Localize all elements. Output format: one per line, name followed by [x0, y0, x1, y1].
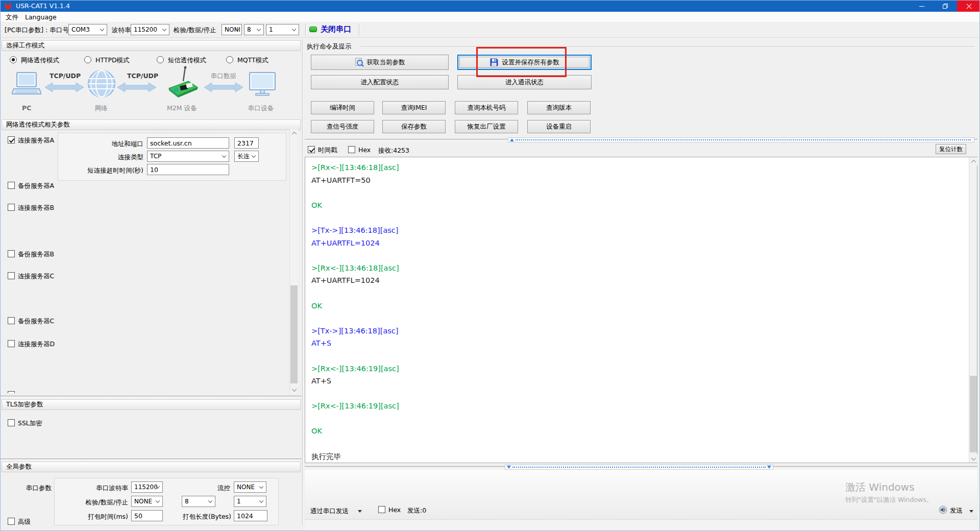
enter-config-button[interactable]: 进入配置状态 — [311, 75, 449, 89]
scroll-up-icon[interactable] — [969, 157, 977, 165]
server-a-checkbox[interactable] — [8, 136, 15, 143]
baud-select[interactable]: 115200 — [131, 24, 169, 35]
advanced-checkbox[interactable] — [8, 518, 15, 525]
menu-language[interactable]: Language — [25, 13, 57, 21]
close-button[interactable] — [957, 1, 980, 12]
baud-label: 波特率 — [112, 26, 131, 35]
query-signal-button[interactable]: 查信号强度 — [311, 120, 374, 133]
net-params-header[interactable]: 网络透传模式相关参数 — [2, 119, 301, 130]
conn-mode-select[interactable]: 长连 — [234, 151, 259, 162]
advanced-label[interactable]: 高级 — [18, 518, 31, 526]
conn-type-select[interactable]: TCP — [147, 151, 229, 162]
server-d-checkbox[interactable] — [8, 340, 15, 347]
save-params-button[interactable]: 保存参数 — [382, 120, 446, 133]
radio-httpd-label[interactable]: HTTPD模式 — [95, 56, 130, 65]
radio-net-transparent[interactable] — [10, 56, 17, 63]
work-mode-header[interactable]: 选择工作模式 — [2, 40, 301, 51]
serial-baud-select[interactable]: 115200 — [131, 481, 163, 493]
sent-count: 发送:0 — [407, 506, 426, 515]
log-line: >[Rx<-][13:46:18][asc] — [311, 262, 977, 275]
flow-select[interactable]: NONE — [234, 481, 266, 493]
timestamp-label[interactable]: 时间戳 — [318, 146, 337, 155]
device-restart-button[interactable]: 设备重启 — [527, 120, 591, 133]
parity-select[interactable]: NONI — [222, 24, 242, 35]
packtime-input[interactable]: 50 — [131, 510, 163, 521]
server-a-label[interactable]: 连接服务器A — [18, 136, 54, 145]
dropdown-icon — [969, 510, 973, 513]
timeout-input[interactable]: 10 — [147, 164, 229, 175]
splitter-left-2[interactable] — [1, 458, 302, 461]
serial-parity-select[interactable]: NONE — [131, 496, 163, 507]
close-port-button[interactable]: 关闭串口 — [321, 25, 351, 34]
hex-send-label[interactable]: Hex — [388, 506, 401, 514]
chevron-down-icon — [252, 154, 256, 158]
hex-recv-checkbox[interactable] — [348, 146, 355, 153]
chevron-down-icon — [259, 485, 263, 489]
addr-label: 地址和端口 — [58, 140, 143, 149]
get-params-button[interactable]: 获取当前参数 — [311, 55, 449, 70]
query-version-button[interactable]: 查询版本 — [527, 101, 591, 114]
collapse-up-icon — [510, 138, 514, 141]
backup-server-b-checkbox[interactable] — [8, 250, 15, 257]
radio-net-transparent-label[interactable]: 网络透传模式 — [21, 56, 59, 65]
databits-select[interactable]: 8 — [244, 24, 264, 35]
radio-sms[interactable] — [157, 56, 164, 63]
com-port-select[interactable]: COM3 — [68, 24, 107, 35]
radio-httpd[interactable] — [84, 56, 91, 63]
radio-sms-label[interactable]: 短信透传模式 — [168, 56, 206, 65]
scroll-down-icon[interactable] — [969, 454, 977, 463]
send-button[interactable]: 发送 — [950, 506, 963, 515]
tls-header[interactable]: TLS加密参数 — [2, 399, 301, 410]
log-scrollbar[interactable] — [969, 157, 977, 463]
menu-bar: 文件 Language — [1, 12, 980, 22]
left-scrollbar-thumb[interactable] — [290, 285, 298, 383]
server-a-address-input[interactable]: socket.usr.cn — [147, 137, 229, 149]
backup-server-c-checkbox[interactable] — [8, 317, 15, 324]
ssl-checkbox[interactable] — [8, 419, 15, 426]
server-b-label[interactable]: 连接服务器B — [18, 204, 54, 212]
serial-databits-select[interactable]: 8 — [182, 496, 215, 507]
ssl-label[interactable]: SSL加密 — [18, 419, 42, 428]
restore-button[interactable] — [934, 1, 957, 12]
log-line: >[Rx<-][13:46:18][asc] — [311, 161, 977, 174]
radio-mqtt-label[interactable]: MQTT模式 — [237, 56, 268, 65]
reset-count-button[interactable]: 复位计数 — [936, 144, 966, 154]
backup-server-b-label[interactable]: 备份服务器B — [18, 250, 54, 259]
timestamp-checkbox[interactable] — [308, 146, 315, 153]
menu-file[interactable]: 文件 — [6, 13, 18, 22]
serial-stopbits-select[interactable]: 1 — [234, 496, 266, 507]
scroll-up-icon[interactable] — [290, 129, 298, 137]
query-number-button[interactable]: 查询本机号码 — [455, 101, 518, 114]
server-b-checkbox[interactable] — [8, 204, 15, 211]
splitter-log-bottom-handle[interactable] — [505, 465, 773, 470]
left-scrollbar[interactable] — [289, 129, 298, 394]
title-bar: USR-CAT1 V1.1.4 — [1, 1, 980, 12]
hex-recv-label[interactable]: Hex — [358, 146, 371, 154]
server-d-label[interactable]: 连接服务器D — [18, 340, 55, 349]
query-imei-button[interactable]: 查询IMEI — [382, 101, 446, 114]
node-serial-label: 串口设备 — [248, 104, 274, 113]
chevron-down-icon — [292, 27, 296, 31]
splitter-left-1[interactable] — [1, 396, 302, 398]
radio-mqtt[interactable] — [226, 56, 233, 63]
hex-send-checkbox[interactable] — [378, 506, 385, 513]
node-m2m-label: M2M 设备 — [167, 104, 197, 113]
server-c-checkbox[interactable] — [8, 272, 15, 279]
factory-reset-button[interactable]: 恢复出厂设置 — [455, 120, 518, 133]
minimize-button[interactable] — [910, 1, 934, 12]
splitter-log-top-handle[interactable] — [508, 137, 974, 142]
compile-time-button[interactable]: 编译时间 — [311, 101, 374, 114]
stopbits-select[interactable]: 1 — [266, 24, 299, 35]
backup-server-a-label[interactable]: 备份服务器A — [18, 182, 54, 190]
log-scrollbar-thumb[interactable] — [970, 376, 977, 452]
backup-server-c-label[interactable]: 备份服务器C — [18, 317, 54, 326]
backup-server-a-checkbox[interactable] — [8, 182, 15, 189]
log-area[interactable]: >[Rx<-][13:46:18][asc]AT+UARTFT=50 OK >[… — [305, 157, 977, 463]
server-a-port-input[interactable]: 2317 — [234, 137, 259, 149]
server-c-label[interactable]: 连接服务器C — [18, 272, 54, 281]
scroll-down-icon[interactable] — [290, 385, 298, 394]
global-header[interactable]: 全局参数 — [2, 462, 301, 472]
enter-comm-button[interactable]: 进入通讯状态 — [457, 75, 592, 89]
send-via-serial-menu[interactable]: 通过串口发送 — [310, 507, 349, 516]
packlen-input[interactable]: 1024 — [234, 510, 267, 521]
